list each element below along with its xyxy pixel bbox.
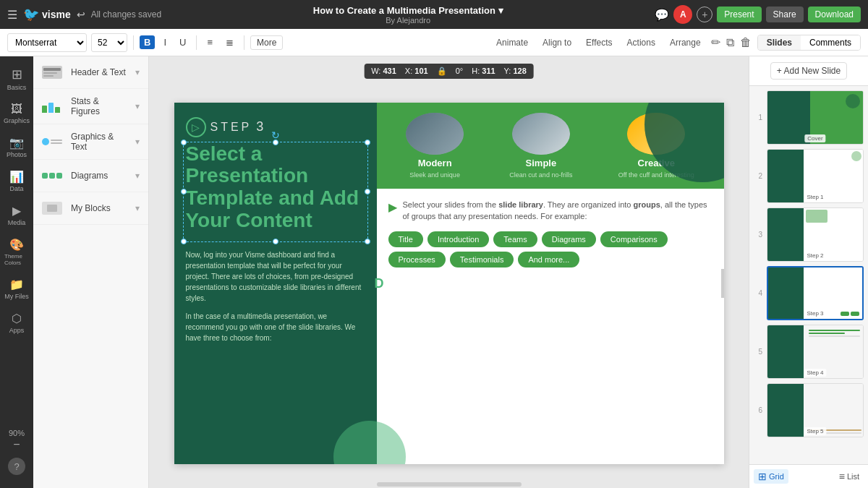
slide-thumb-6[interactable]: Step 5 [767,383,864,437]
panel-item-my-blocks[interactable]: My Blocks ▾ [33,192,148,225]
slide-thumb-5[interactable]: Step 4 [767,325,864,379]
tab-comments[interactable]: Comments [801,35,860,50]
font-size-select[interactable]: 52 [91,33,127,52]
sidebar-item-my-files[interactable]: 📁 My Files [1,273,32,304]
panel-item-header-text[interactable]: Header & Text ▾ [33,56,148,89]
avatar[interactable]: A [673,5,692,24]
tag-container: Title Introduction Teams Diagrams Compar… [388,231,712,267]
hamburger-icon[interactable]: ☰ [7,8,17,22]
add-new-slide-button[interactable]: + Add New Slide [770,62,847,80]
panel-graphics-label: Graphics & Text [71,132,128,152]
apps-icon: ⬡ [12,312,22,325]
visme-logo-text: visme [42,9,71,20]
tag-introduction[interactable]: Introduction [427,231,489,247]
slide-left-panel: ▷ STEP 3 Select a Presentation Template … [174,103,377,464]
grid-view-button[interactable]: ⊞ Grid [754,469,788,484]
tag-processes[interactable]: Processes [388,252,446,267]
visme-logo: 🐦 visme [23,7,71,22]
font-family-select[interactable]: Montserrat [7,33,87,52]
slide-body-text-2: In the case of a multimedia presentation… [186,311,365,343]
sidebar-item-media[interactable]: ▶ Media [1,200,32,231]
slide-thumb-1-label: Cover [804,134,825,142]
panel-item-diagrams[interactable]: Diagrams ▾ [33,160,148,192]
step-number: 3 [256,119,263,134]
sidebar-item-photos[interactable]: 📷 Photos [1,132,32,163]
slide-number-2: 2 [754,172,762,180]
tag-testimonials[interactable]: Testimonials [450,252,514,267]
slides-comments-tabs: Slides Comments [757,35,861,51]
align-to-button[interactable]: Align to [538,36,576,49]
handle-bottom-mid[interactable] [273,239,278,244]
tab-slides[interactable]: Slides [758,35,801,50]
effects-button[interactable]: Effects [582,36,616,49]
top-bar-left: ☰ 🐦 visme ↩ All changes saved [7,7,161,22]
sidebar-item-apps[interactable]: ⬡ Apps [1,307,32,338]
top-bar: ☰ 🐦 visme ↩ All changes saved How to Cre… [0,0,868,29]
undo-icon[interactable]: ↩ [77,9,85,20]
right-arrow-icon: ▶ [388,199,397,216]
zoom-out-button[interactable]: − [13,439,20,450]
italic-button[interactable]: I [159,35,171,49]
share-button[interactable]: Share [766,7,804,22]
slide-thumb-4[interactable]: Step 3 [767,266,864,320]
copy-icon[interactable]: ⧉ [726,36,734,49]
handle-mid-right[interactable] [365,189,370,194]
align-left-button[interactable]: ≡ [203,35,217,49]
canvas-area: W: 431 X: 101 🔒 0° H: 311 Y: 128 [149,56,749,488]
chat-icon[interactable]: 💬 [655,8,669,22]
arrange-button[interactable]: Arrange [665,36,705,49]
sidebar-item-theme-colors[interactable]: 🎨 Theme Colors [1,234,32,270]
panel-item-graphics-text[interactable]: Graphics & Text ▾ [33,124,148,160]
more-button[interactable]: More [250,35,283,50]
pen-tool-icon[interactable]: ✏ [711,35,720,49]
slide-thumb-3[interactable]: Step 2 [767,207,864,262]
slide-thumb-2[interactable]: Step 1 [767,149,864,203]
slide-thumb-row-5: 5 Step 4 [754,325,864,379]
panel-diagrams-arrow: ▾ [135,171,140,181]
panel-item-stats-figures[interactable]: Stats & Figures ▾ [33,89,148,124]
sidebar-item-graphics[interactable]: 🖼 Graphics [1,98,32,129]
sidebar-item-data[interactable]: 📊 Data [1,166,32,197]
panel-stats-label: Stats & Figures [71,96,128,116]
delete-icon[interactable]: 🗑 [740,36,752,49]
main-area: ⊞ Basics 🖼 Graphics 📷 Photos 📊 Data ▶ Me… [0,56,868,488]
template-simple[interactable]: Simple Clean cut and no-frills [509,113,572,179]
help-button[interactable]: ? [8,458,25,475]
template-modern[interactable]: Modern Sleek and unique [406,113,464,179]
animate-button[interactable]: Animate [492,36,532,49]
actions-button[interactable]: Actions [623,36,660,49]
sidebar-item-basics[interactable]: ⊞ Basics [1,62,32,95]
align-list-button[interactable]: ≣ [221,35,238,49]
slide-number-5: 5 [754,348,762,356]
document-title[interactable]: How to Create a Multimedia Presentation … [313,5,503,16]
handle-bottom-right[interactable] [365,239,370,244]
tag-diagrams[interactable]: Diagrams [542,231,596,247]
data-icon: 📊 [9,170,24,184]
present-button[interactable]: Present [717,7,761,22]
bold-button[interactable]: B [140,35,155,49]
sidebar-item-photos-label: Photos [7,151,27,158]
height-info: H: 311 [472,67,495,76]
tag-and-more[interactable]: And more... [518,252,579,267]
canvas-nav-arrow[interactable]: › [721,269,724,298]
slide-thumb-1[interactable]: Cover [767,90,864,145]
list-view-button[interactable]: ≡ List [835,469,864,484]
underline-button[interactable]: U [175,35,190,49]
basics-icon: ⊞ [12,67,22,82]
diagrams-thumb [42,167,64,184]
document-author: By Alejandro [386,16,430,25]
slide-canvas[interactable]: ▷ STEP 3 Select a Presentation Template … [174,103,724,464]
heading-selection-container[interactable]: Select a Presentation Template and Add Y… [186,143,365,241]
my-files-icon: 📁 [9,278,24,291]
download-button[interactable]: Download [808,7,861,22]
tag-comparisons[interactable]: Comparisons [600,231,668,247]
simple-template-img [512,113,570,155]
add-user-button[interactable]: + [697,7,712,22]
tag-title[interactable]: Title [388,231,423,247]
canvas-scrollbar[interactable] [377,482,522,487]
handle-bottom-left[interactable] [181,239,187,244]
slide-heading[interactable]: Select a Presentation Template and Add Y… [186,143,365,232]
tag-teams[interactable]: Teams [493,231,537,247]
handle-top-right[interactable] [365,140,370,145]
slide-thumb-2-label: Step 1 [804,193,826,201]
